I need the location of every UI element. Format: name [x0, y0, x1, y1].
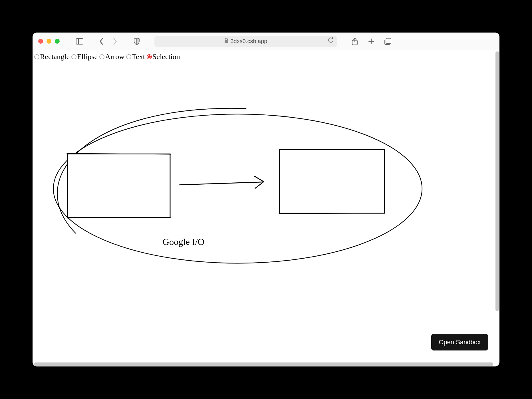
toolbar-actions: [351, 37, 392, 45]
new-tab-icon[interactable]: [367, 37, 375, 45]
horizontal-scrollbar[interactable]: [34, 362, 493, 366]
tool-label: Rectangle: [40, 53, 70, 61]
svg-rect-9: [67, 154, 170, 217]
shape-arrow[interactable]: [179, 176, 264, 188]
vertical-scrollbar[interactable]: [495, 51, 499, 311]
shape-rectangle-left[interactable]: [66, 153, 170, 218]
svg-rect-2: [225, 40, 228, 43]
tool-label: Arrow: [105, 53, 124, 61]
tool-text[interactable]: Text: [126, 53, 145, 61]
svg-line-15: [179, 182, 263, 185]
address-bar[interactable]: 3dxs0.csb.app: [154, 36, 337, 47]
tool-arrow[interactable]: Arrow: [99, 53, 124, 61]
nav-group: [97, 37, 119, 45]
tool-label: Text: [132, 53, 145, 61]
radio-icon: [126, 54, 131, 59]
address-bar-url: 3dxs0.csb.app: [231, 38, 267, 45]
minimize-window-button[interactable]: [47, 39, 51, 44]
tool-rectangle[interactable]: Rectangle: [34, 53, 70, 61]
svg-rect-7: [386, 38, 391, 43]
tabs-overview-icon[interactable]: [384, 37, 392, 45]
shape-text[interactable]: Google I/O: [163, 237, 205, 247]
close-window-button[interactable]: [38, 39, 43, 44]
canvas-svg: Google I/O: [33, 65, 495, 362]
radio-icon: [34, 54, 39, 59]
reload-icon[interactable]: [328, 37, 334, 45]
tool-ellipse[interactable]: Ellipse: [71, 53, 98, 61]
maximize-window-button[interactable]: [55, 39, 60, 44]
tool-selection[interactable]: Selection: [147, 53, 180, 61]
radio-icon: [71, 54, 76, 59]
sidebar-toggle-icon[interactable]: [76, 37, 84, 45]
back-button[interactable]: [97, 37, 105, 45]
privacy-shield-icon[interactable]: [133, 37, 141, 45]
lock-icon: [224, 38, 228, 45]
radio-icon: [99, 54, 104, 59]
forward-button[interactable]: [111, 37, 119, 45]
svg-rect-12: [279, 150, 385, 213]
shape-rectangle-right[interactable]: [279, 149, 385, 214]
traffic-lights: [38, 39, 60, 44]
tool-label: Selection: [152, 53, 180, 61]
svg-rect-0: [76, 39, 83, 44]
browser-titlebar: 3dxs0.csb.app: [33, 33, 499, 50]
page-content: Rectangle Ellipse Arrow Text Selection: [33, 50, 499, 366]
radio-icon: [147, 54, 152, 59]
tool-label: Ellipse: [77, 53, 98, 61]
browser-window: 3dxs0.csb.app Rectangle El: [33, 33, 499, 366]
open-sandbox-button[interactable]: Open Sandbox: [431, 334, 488, 350]
drawing-canvas[interactable]: Google I/O: [33, 65, 495, 362]
share-icon[interactable]: [351, 37, 359, 45]
drawing-toolbar: Rectangle Ellipse Arrow Text Selection: [33, 50, 499, 63]
